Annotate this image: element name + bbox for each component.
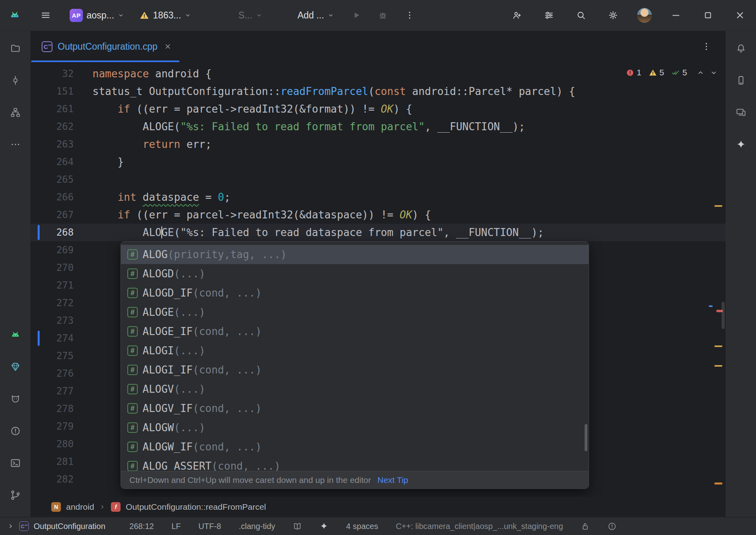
code-line[interactable]: 262 ALOGE("%s: Failed to read format fro… xyxy=(30,118,726,135)
code-with-me-button[interactable] xyxy=(509,7,525,23)
line-number[interactable]: 264 xyxy=(30,156,92,168)
debug-button[interactable] xyxy=(375,7,391,23)
android-tool-button[interactable] xyxy=(7,327,23,343)
maximize-button[interactable] xyxy=(700,7,716,23)
code-line[interactable]: 267 if ((err = parcel->readInt32(&datasp… xyxy=(30,206,726,224)
running-devices-button[interactable] xyxy=(733,104,749,120)
code-line[interactable]: 264 } xyxy=(30,153,726,171)
readonly-lock-button[interactable] xyxy=(581,522,590,531)
code-line[interactable]: 266 int dataspace = 0; xyxy=(30,188,726,206)
tab-options-button[interactable] xyxy=(698,38,714,55)
ai-assist-button[interactable] xyxy=(320,522,328,531)
terminal-tool-button[interactable] xyxy=(7,455,23,471)
clang-tidy-widget[interactable]: .clang-tidy xyxy=(239,522,275,531)
vcs-branch-widget[interactable]: 1863... xyxy=(139,10,191,21)
reader-mode-button[interactable] xyxy=(293,522,302,531)
gemini-button[interactable] xyxy=(733,136,749,152)
line-number[interactable]: 32 xyxy=(30,68,92,79)
encoding-widget[interactable]: UTF-8 xyxy=(199,522,221,531)
completion-item[interactable]: #ALOGV(...) xyxy=(121,380,589,399)
completion-item[interactable]: #ALOGI_IF(cond, ...) xyxy=(121,360,589,380)
completion-item[interactable]: #ALOGE(...) xyxy=(121,303,589,322)
problems-tool-button[interactable] xyxy=(7,423,23,439)
user-avatar[interactable] xyxy=(637,8,652,23)
line-number[interactable]: 276 xyxy=(30,368,92,379)
line-number[interactable]: 271 xyxy=(30,280,92,291)
status-file-name[interactable]: OutputConfiguration xyxy=(34,522,105,531)
line-separator-widget[interactable]: LF xyxy=(171,522,181,531)
completion-item[interactable]: #ALOGI(...) xyxy=(121,341,589,360)
more-tool-windows-button[interactable] xyxy=(7,136,23,152)
popup-scrollbar-thumb[interactable] xyxy=(585,424,587,451)
breadcrumb-namespace[interactable]: android xyxy=(66,502,94,512)
line-number[interactable]: 282 xyxy=(30,474,92,485)
settings-button[interactable] xyxy=(605,7,621,23)
tab-outputconfiguration-cpp[interactable]: C++ OutputConfiguration.cpp xyxy=(31,31,179,62)
layout-options-button[interactable] xyxy=(541,7,557,23)
caret-position-widget[interactable]: 268:12 xyxy=(129,522,154,531)
line-number[interactable]: 151 xyxy=(30,86,92,97)
completion-item[interactable]: #ALOGE_IF(cond, ...) xyxy=(121,322,589,341)
next-tip-link[interactable]: Next Tip xyxy=(377,475,408,485)
code-line[interactable]: 265 xyxy=(30,171,726,188)
tab-close-button[interactable] xyxy=(164,43,171,50)
line-number[interactable]: 265 xyxy=(30,174,92,185)
line-number[interactable]: 281 xyxy=(30,456,92,467)
line-number[interactable]: 270 xyxy=(30,262,92,273)
line-number[interactable]: 277 xyxy=(30,386,92,397)
line-number[interactable]: 278 xyxy=(30,403,92,414)
ide-errors-button[interactable] xyxy=(607,522,617,531)
code-line[interactable]: 32namespace android { xyxy=(30,65,726,83)
commit-tool-button[interactable] xyxy=(7,72,23,88)
main-menu-button[interactable] xyxy=(38,7,54,23)
navigation-bar-expand-button[interactable] xyxy=(7,523,14,530)
next-highlight-button[interactable] xyxy=(710,69,718,77)
code-editor[interactable]: 32namespace android {151status_t OutputC… xyxy=(30,62,726,497)
completion-item[interactable]: #ALOGD(...) xyxy=(121,264,589,283)
line-number[interactable]: 275 xyxy=(30,350,92,361)
search-everywhere-button[interactable] xyxy=(573,7,589,23)
code-line[interactable]: 261 if ((err = parcel->readInt32(&format… xyxy=(30,100,726,118)
logcat-tool-button[interactable] xyxy=(7,391,23,407)
info-stripe-mark[interactable] xyxy=(709,305,713,307)
editor-scrollbar-thumb[interactable] xyxy=(722,302,725,329)
line-number[interactable]: 273 xyxy=(30,315,92,326)
completion-item[interactable]: #ALOGV_IF(cond, ...) xyxy=(121,399,589,418)
line-number[interactable]: 274 xyxy=(30,333,92,344)
completion-item[interactable]: #ALOG(priority,tag, ...) xyxy=(121,245,589,264)
line-number[interactable]: 261 xyxy=(30,103,92,115)
line-number[interactable]: 268 xyxy=(30,227,92,238)
app-quality-insights-button[interactable] xyxy=(7,359,23,375)
completion-item[interactable]: #ALOGW_IF(cond, ...) xyxy=(121,437,589,456)
device-manager-button[interactable] xyxy=(733,72,749,88)
line-number[interactable]: 279 xyxy=(30,421,92,432)
project-selector[interactable]: AP aosp... xyxy=(70,9,124,22)
code-line[interactable]: 263 return err; xyxy=(30,135,726,153)
completion-item[interactable]: #ALOG_ASSERT(cond, ...) xyxy=(121,456,589,471)
more-actions-button[interactable] xyxy=(402,7,418,23)
code-line[interactable]: 268 ALOGE("%s: Failed to read dataspace … xyxy=(30,224,726,241)
line-number[interactable]: 269 xyxy=(30,244,92,256)
completion-item[interactable]: #ALOGD_IF(cond, ...) xyxy=(121,283,589,303)
prev-highlight-button[interactable] xyxy=(697,69,704,77)
run-configuration-selector[interactable]: Add ... xyxy=(298,10,334,21)
warning-stripe-mark[interactable] xyxy=(714,345,722,347)
line-number[interactable]: 266 xyxy=(30,192,92,203)
warning-stripe-mark[interactable] xyxy=(714,483,722,485)
notifications-button[interactable] xyxy=(733,40,749,56)
line-number[interactable]: 263 xyxy=(30,139,92,150)
line-number[interactable]: 280 xyxy=(30,438,92,450)
device-selector[interactable]: S... xyxy=(238,10,262,21)
code-line[interactable]: 151status_t OutputConfiguration::readFro… xyxy=(30,83,726,100)
line-number[interactable]: 272 xyxy=(30,297,92,309)
version-control-tool-button[interactable] xyxy=(7,487,23,503)
project-tool-button[interactable] xyxy=(7,40,23,56)
breadcrumb-function[interactable]: OutputConfiguration::readFromParcel xyxy=(126,502,266,512)
indent-widget[interactable]: 4 spaces xyxy=(346,522,378,531)
warning-stripe-mark[interactable] xyxy=(714,365,722,367)
line-number[interactable]: 267 xyxy=(30,209,92,220)
minimize-button[interactable] xyxy=(668,7,684,23)
close-button[interactable] xyxy=(732,7,748,23)
structure-tool-button[interactable] xyxy=(7,104,23,120)
inspections-widget[interactable]: 1 5 5 xyxy=(626,68,718,77)
